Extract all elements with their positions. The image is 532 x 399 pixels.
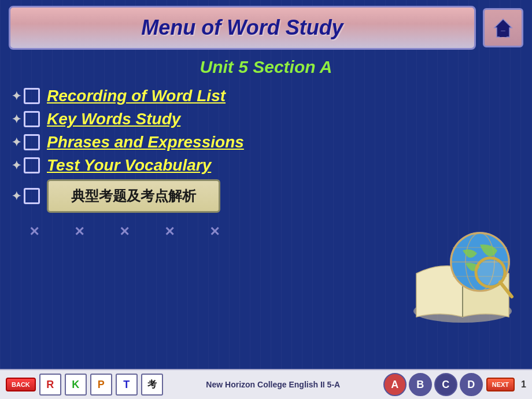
phrases-link[interactable]: Phrases and Expressions <box>47 133 244 152</box>
checkbox-2[interactable] <box>24 111 40 127</box>
back-button[interactable]: BACK <box>6 378 36 391</box>
left-bottom: ✕ ✕ ✕ ✕ ✕ <box>12 221 393 242</box>
nav-button-r[interactable]: R <box>39 374 61 396</box>
globe-book-illustration <box>405 221 520 328</box>
keywords-link[interactable]: Key Words Study <box>47 110 180 128</box>
cross-icon-2[interactable]: ✕ <box>74 224 84 239</box>
abcd-button-a[interactable]: A <box>383 373 407 396</box>
list-item: ✦ 典型考题及考点解析 <box>12 178 520 214</box>
svg-point-13 <box>478 260 503 285</box>
cross-icon-3[interactable]: ✕ <box>119 224 130 239</box>
page-title: Menu of Word Study <box>22 16 463 40</box>
cross-icon-1[interactable]: ✕ <box>29 224 39 239</box>
next-button[interactable]: NEXT <box>486 378 515 391</box>
checkbox-3[interactable] <box>24 134 40 150</box>
asterisk-icon-5: ✦ <box>12 189 21 203</box>
list-item: ✦ Phrases and Expressions <box>12 132 520 153</box>
asterisk-icon-3: ✦ <box>12 135 21 149</box>
nav-button-zh[interactable]: 考 <box>141 374 163 396</box>
content-area: Unit 5 Section A ✦ Recording of Word Lis… <box>0 54 532 369</box>
nav-button-t[interactable]: T <box>116 374 138 396</box>
asterisk-icon-1: ✦ <box>12 89 21 103</box>
asterisk-icon-4: ✦ <box>12 158 21 172</box>
abcd-group: A B C D <box>383 373 483 396</box>
abcd-button-b[interactable]: B <box>409 373 432 396</box>
page-number: 1 <box>521 379 526 390</box>
main-container: Menu of Word Study Unit 5 Section A ✦ Re… <box>0 0 532 399</box>
nav-button-k[interactable]: K <box>65 374 87 396</box>
cross-icon-5[interactable]: ✕ <box>209 224 220 239</box>
recording-link[interactable]: Recording of Word List <box>47 87 226 105</box>
bottom-row: ✕ ✕ ✕ ✕ ✕ <box>12 221 520 328</box>
home-button[interactable] <box>483 8 523 47</box>
checkbox-1[interactable] <box>24 88 40 104</box>
cross-icon-4[interactable]: ✕ <box>164 224 175 239</box>
abcd-button-d[interactable]: D <box>460 373 483 396</box>
svg-rect-1 <box>500 31 507 37</box>
chinese-button[interactable]: 典型考题及考点解析 <box>47 179 220 213</box>
header-area: Menu of Word Study <box>0 0 532 54</box>
footer: BACK R K P T 考 New Horizon College Engli… <box>0 369 532 399</box>
decorative-crosses: ✕ ✕ ✕ ✕ ✕ <box>12 221 393 242</box>
menu-list: ✦ Recording of Word List ✦ Key Words Stu… <box>12 86 520 219</box>
section-title: Unit 5 Section A <box>12 57 520 77</box>
checkbox-5[interactable] <box>24 188 40 204</box>
home-icon <box>492 16 515 39</box>
footer-title: New Horizon College English II 5-A <box>167 380 380 389</box>
list-item: ✦ Key Words Study <box>12 109 520 130</box>
abcd-button-c[interactable]: C <box>434 373 457 396</box>
test-link[interactable]: Test Your Vocabulary <box>47 156 211 175</box>
title-banner: Menu of Word Study <box>9 6 476 50</box>
checkbox-4[interactable] <box>24 157 40 173</box>
asterisk-icon-2: ✦ <box>12 112 21 126</box>
list-item: ✦ Recording of Word List <box>12 86 520 106</box>
nav-button-p[interactable]: P <box>90 374 112 396</box>
list-item: ✦ Test Your Vocabulary <box>12 155 520 176</box>
image-area <box>405 221 520 328</box>
